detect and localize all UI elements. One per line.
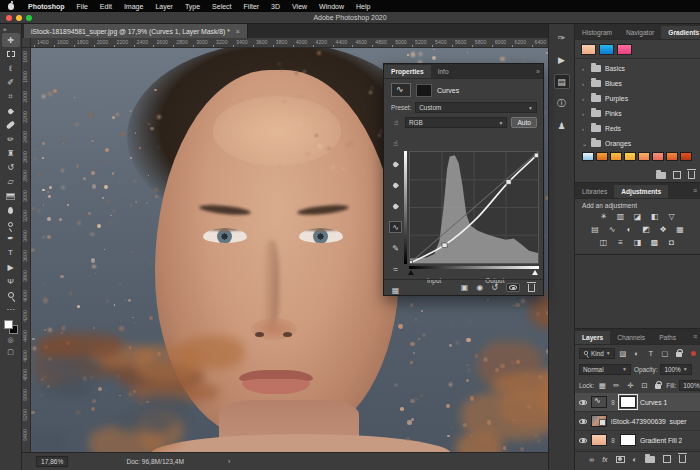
panel-menu-icon[interactable]: ≡ — [693, 187, 697, 194]
new-layer-icon[interactable] — [663, 455, 671, 463]
layer-filter-kind-dropdown[interactable]: Kind ▼ — [579, 348, 615, 359]
white-point-eyedropper-icon[interactable] — [389, 200, 402, 212]
layer-row[interactable]: iStock-473900639_super — [575, 412, 700, 431]
link-layers-icon[interactable]: ∞ — [589, 456, 594, 463]
chevron-right-icon[interactable]: › — [582, 111, 587, 117]
gradient-tool[interactable] — [2, 189, 20, 203]
crop-tool[interactable]: ⌗ — [2, 90, 20, 104]
menu-item-file[interactable]: File — [71, 3, 94, 10]
gradient-folder-purples[interactable]: ›Purples — [575, 91, 700, 106]
tab-paths[interactable]: Paths — [652, 331, 683, 344]
new-adjustment-icon[interactable]: ◐ — [633, 456, 637, 463]
tab-properties[interactable]: Properties — [384, 65, 431, 78]
gradient-swatch[interactable] — [652, 152, 664, 161]
gradient-folder-oranges[interactable]: ⌄Oranges — [575, 136, 700, 151]
gradient-swatch[interactable] — [599, 44, 614, 55]
new-group-icon[interactable] — [656, 172, 666, 179]
filter-type-icon[interactable]: T — [646, 349, 656, 358]
gradient-map-icon[interactable]: ▩ — [649, 237, 661, 248]
color-swatches[interactable] — [4, 320, 18, 334]
layer-mask-thumbnail[interactable] — [416, 84, 432, 97]
filter-shape-icon[interactable]: ▢ — [660, 349, 670, 358]
gradient-swatch[interactable] — [582, 152, 594, 161]
hand-tool[interactable]: Ψ — [2, 274, 20, 288]
spot-healing-tool[interactable] — [2, 118, 20, 132]
brightness-contrast-icon[interactable]: ☀ — [598, 211, 610, 222]
menu-item-edit[interactable]: Edit — [94, 3, 118, 10]
filter-image-icon[interactable]: ▨ — [618, 349, 628, 358]
lasso-tool[interactable]: ℓ — [2, 61, 20, 75]
chevron-down-icon[interactable]: ⌄ — [582, 140, 587, 147]
chevron-right-icon[interactable]: › — [582, 81, 587, 87]
lock-move-icon[interactable]: ✛ — [625, 381, 635, 390]
add-mask-icon[interactable] — [616, 456, 625, 463]
opacity-dropdown[interactable]: 100% ▼ — [660, 364, 691, 375]
menu-item-filter[interactable]: Filter — [238, 3, 266, 10]
vertical-ruler[interactable]: 1600180020002200240026002800300032003400… — [22, 48, 31, 452]
tab-channels[interactable]: Channels — [610, 331, 652, 344]
document-tab[interactable]: iStock-181894581_super.jpg @ 17,9% (Curv… — [24, 24, 248, 38]
black-point-slider[interactable] — [408, 270, 414, 275]
pen-tool[interactable]: ✒ — [2, 232, 20, 246]
channel-dropdown[interactable]: RGB ▼ — [405, 117, 507, 128]
gradient-swatch[interactable] — [581, 44, 596, 55]
gray-point-eyedropper-icon[interactable] — [389, 179, 402, 191]
ruler-origin[interactable] — [22, 38, 31, 48]
comments-panel-icon[interactable]: ♟ — [554, 118, 570, 133]
horizontal-ruler[interactable]: 1400160018002000220024002600280030003200… — [31, 38, 548, 48]
delete-gradient-icon[interactable] — [688, 171, 695, 179]
quick-selection-tool[interactable]: ✐ — [2, 76, 20, 90]
status-options-arrow[interactable]: › — [228, 458, 230, 465]
document-size-info[interactable]: Doc: 96,8M/123,4M — [126, 458, 184, 465]
color-balance-icon[interactable]: ∿ — [606, 224, 618, 235]
gradient-swatch[interactable] — [680, 152, 692, 161]
gradient-swatch[interactable] — [617, 44, 632, 55]
tab-adjustments[interactable]: Adjustments — [614, 185, 668, 198]
menu-item-help[interactable]: Help — [350, 3, 376, 10]
gradient-swatch[interactable] — [610, 152, 622, 161]
path-selection-tool[interactable]: ▶ — [2, 260, 20, 274]
blur-tool[interactable] — [2, 203, 20, 217]
clip-to-layer-icon[interactable]: ▣ — [461, 283, 469, 292]
black-point-eyedropper-icon[interactable] — [389, 158, 402, 170]
panel-menu-icon[interactable]: ≡ — [693, 333, 697, 340]
filter-toggle-dot[interactable] — [691, 351, 696, 356]
visibility-eye-icon-glyph[interactable] — [509, 285, 517, 290]
curves-adjustment-icon[interactable] — [391, 83, 411, 97]
apple-menu-icon[interactable] — [8, 3, 14, 10]
brushes-panel-icon[interactable]: ✑ — [554, 30, 570, 45]
lock-paint-icon[interactable]: ✏ — [611, 381, 621, 390]
invert-icon[interactable]: ◫ — [598, 237, 610, 248]
white-point-slider[interactable] — [532, 270, 538, 275]
gradient-swatch[interactable] — [666, 152, 678, 161]
delete-adjustment-icon-glyph[interactable] — [528, 284, 535, 292]
gradient-folder-basics[interactable]: ›Basics — [575, 61, 700, 76]
dodge-tool[interactable] — [2, 217, 20, 231]
tab-navigator[interactable]: Navigator — [619, 26, 661, 39]
filter-adjustment-icon[interactable]: ◐ — [632, 349, 642, 358]
levels-icon[interactable]: ▥ — [615, 211, 627, 222]
gradient-swatch[interactable] — [596, 152, 608, 161]
visibility-eye-icon[interactable] — [579, 438, 587, 443]
gradient-swatch[interactable] — [638, 152, 650, 161]
targeted-adjustment-icon[interactable]: ☝ — [391, 118, 401, 127]
lock-artboard-icon[interactable]: ⊡ — [639, 381, 649, 390]
curves-graph[interactable] — [409, 151, 539, 264]
marquee-tool[interactable] — [2, 47, 20, 61]
quick-mask-button[interactable]: ◎ — [2, 334, 20, 346]
close-document-icon[interactable]: × — [236, 28, 240, 35]
menu-item-select[interactable]: Select — [206, 3, 237, 10]
history-panel-icon[interactable]: ▤ — [554, 74, 570, 89]
edit-points-icon[interactable]: ∿ — [389, 221, 402, 233]
delete-layer-icon[interactable] — [679, 455, 686, 463]
actions-panel-icon[interactable]: ▶ — [554, 52, 570, 67]
zoom-level-field[interactable]: 17,86% — [36, 456, 68, 467]
visibility-eye-icon[interactable] — [579, 419, 587, 424]
new-gradient-icon[interactable] — [673, 171, 681, 179]
color-lookup-icon[interactable]: ▦ — [674, 224, 686, 235]
view-previous-state-icon[interactable]: ◉ — [476, 283, 483, 292]
layer-thumbnail[interactable] — [591, 396, 607, 408]
tab-info[interactable]: Info — [431, 65, 456, 78]
tab-libraries[interactable]: Libraries — [575, 185, 614, 198]
threshold-icon[interactable]: ◨ — [632, 237, 644, 248]
